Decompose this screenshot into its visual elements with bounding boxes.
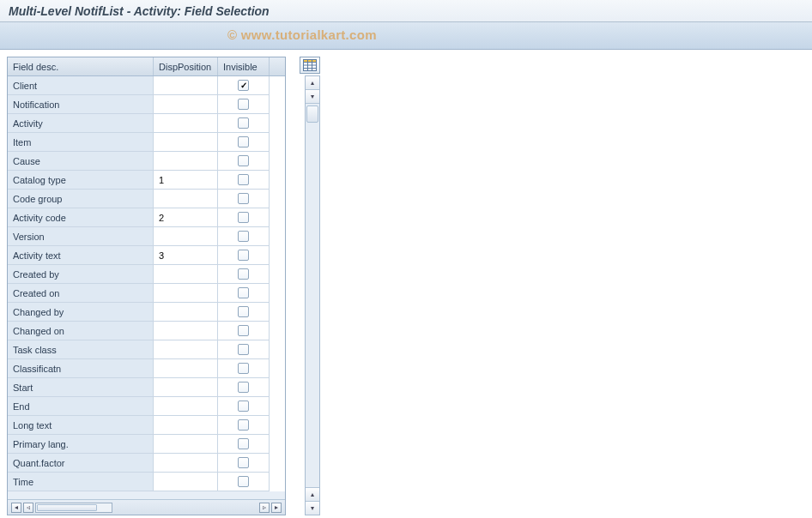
invisible-cell xyxy=(218,359,270,378)
invisible-checkbox[interactable] xyxy=(238,212,249,223)
invisible-cell xyxy=(218,378,270,397)
table-row[interactable]: Primary lang. xyxy=(8,435,285,454)
disp-position-cell[interactable] xyxy=(154,303,218,322)
scroll-down-button[interactable]: ▾ xyxy=(306,501,319,515)
invisible-checkbox[interactable] xyxy=(238,476,249,487)
column-header-disp-position[interactable]: DispPosition xyxy=(154,57,218,75)
invisible-checkbox[interactable] xyxy=(238,363,249,374)
invisible-cell xyxy=(218,284,270,303)
disp-position-cell[interactable] xyxy=(154,114,218,133)
table-row[interactable]: Changed by xyxy=(8,303,285,322)
table-settings-button[interactable] xyxy=(300,57,320,74)
invisible-cell xyxy=(218,340,270,359)
scroll-first-button[interactable]: ◃ xyxy=(23,503,33,513)
field-desc-cell: Version xyxy=(8,227,154,246)
hscroll-thumb[interactable] xyxy=(37,504,97,511)
table-row[interactable]: Activity code2 xyxy=(8,208,285,227)
field-desc-cell: Start xyxy=(8,378,154,397)
table-row[interactable]: Created on xyxy=(8,284,285,303)
column-header-invisible[interactable]: Invisible xyxy=(218,57,270,75)
vscroll-thumb[interactable] xyxy=(306,105,318,123)
invisible-checkbox[interactable] xyxy=(238,287,249,298)
scroll-up-button[interactable]: ▴ xyxy=(306,76,319,90)
disp-position-cell[interactable] xyxy=(154,473,218,491)
invisible-checkbox[interactable] xyxy=(238,306,249,317)
invisible-checkbox[interactable] xyxy=(238,193,249,204)
table-row[interactable]: Activity text3 xyxy=(8,246,285,265)
grid-header: Field desc. DispPosition Invisible xyxy=(8,57,285,76)
disp-position-cell[interactable] xyxy=(154,435,218,454)
invisible-checkbox[interactable] xyxy=(238,117,249,129)
disp-position-cell[interactable]: 1 xyxy=(154,171,218,190)
invisible-checkbox[interactable] xyxy=(238,250,249,261)
invisible-checkbox[interactable] xyxy=(238,136,249,148)
disp-position-cell[interactable] xyxy=(154,397,218,416)
invisible-cell xyxy=(218,208,270,227)
field-desc-cell: End xyxy=(8,397,154,416)
scroll-page-down-button[interactable]: ▴ xyxy=(306,487,319,501)
disp-position-cell[interactable] xyxy=(154,227,218,246)
disp-position-cell[interactable]: 2 xyxy=(154,208,218,227)
disp-position-cell[interactable] xyxy=(154,190,218,208)
invisible-checkbox[interactable] xyxy=(238,99,249,110)
column-header-field-desc[interactable]: Field desc. xyxy=(8,57,154,75)
table-row[interactable]: Time xyxy=(8,473,285,491)
table-row[interactable]: Code group xyxy=(8,190,285,208)
table-row[interactable]: Item xyxy=(8,133,285,152)
disp-position-cell[interactable] xyxy=(154,454,218,473)
table-row[interactable]: End xyxy=(8,397,285,416)
scroll-page-up-button[interactable]: ▾ xyxy=(306,90,319,104)
disp-position-cell[interactable] xyxy=(154,265,218,284)
disp-position-cell[interactable] xyxy=(154,284,218,303)
hscroll-track[interactable] xyxy=(35,503,112,513)
table-row[interactable]: Task class xyxy=(8,340,285,359)
table-row[interactable]: Activity xyxy=(8,114,285,133)
disp-position-cell[interactable] xyxy=(154,76,218,95)
invisible-checkbox[interactable] xyxy=(238,457,249,468)
disp-position-cell[interactable] xyxy=(154,95,218,114)
invisible-cell xyxy=(218,133,270,152)
disp-position-cell[interactable] xyxy=(154,416,218,435)
scroll-left-button[interactable]: ◂ xyxy=(11,503,21,513)
field-desc-cell: Quant.factor xyxy=(8,454,154,473)
invisible-checkbox[interactable] xyxy=(238,155,249,166)
field-desc-cell: Client xyxy=(8,76,154,95)
vscroll-track[interactable] xyxy=(306,104,319,487)
disp-position-cell[interactable] xyxy=(154,322,218,340)
table-row[interactable]: Created by xyxy=(8,265,285,284)
invisible-checkbox[interactable] xyxy=(238,174,249,185)
disp-position-cell[interactable] xyxy=(154,340,218,359)
invisible-checkbox[interactable] xyxy=(238,325,249,336)
scroll-right-button[interactable]: ▸ xyxy=(271,503,282,513)
disp-position-cell[interactable] xyxy=(154,378,218,397)
table-row[interactable]: Catalog type1 xyxy=(8,171,285,190)
invisible-checkbox[interactable] xyxy=(238,231,249,242)
table-row[interactable]: Start xyxy=(8,378,285,397)
disp-position-cell[interactable] xyxy=(154,152,218,171)
invisible-checkbox[interactable] xyxy=(238,344,249,355)
table-row[interactable]: Changed on xyxy=(8,322,285,340)
page-title: Multi-Level NotifList - Activity: Field … xyxy=(9,4,270,18)
table-row[interactable]: Long text xyxy=(8,416,285,435)
table-row[interactable]: Notification xyxy=(8,95,285,114)
field-desc-cell: Cause xyxy=(8,152,154,171)
table-row[interactable]: Client xyxy=(8,76,285,95)
table-row[interactable]: Classificatn xyxy=(8,359,285,378)
field-desc-cell: Long text xyxy=(8,416,154,435)
scroll-last-button[interactable]: ▹ xyxy=(259,503,270,513)
table-row[interactable]: Cause xyxy=(8,152,285,171)
invisible-checkbox[interactable] xyxy=(238,438,249,449)
disp-position-cell[interactable] xyxy=(154,359,218,378)
invisible-checkbox[interactable] xyxy=(238,382,249,393)
content-area: Field desc. DispPosition Invisible Clien… xyxy=(0,50,812,518)
grid-vertical-scrollbar: ▴ ▾ ▴ ▾ xyxy=(305,75,320,515)
invisible-checkbox[interactable] xyxy=(238,80,249,91)
disp-position-cell[interactable]: 3 xyxy=(154,246,218,265)
invisible-checkbox[interactable] xyxy=(238,401,249,412)
grid-horizontal-scrollbar: ◂ ◃ ▹ ▸ xyxy=(8,499,285,515)
disp-position-cell[interactable] xyxy=(154,133,218,152)
invisible-checkbox[interactable] xyxy=(238,419,249,431)
table-row[interactable]: Quant.factor xyxy=(8,454,285,473)
table-row[interactable]: Version xyxy=(8,227,285,246)
invisible-checkbox[interactable] xyxy=(238,268,249,280)
